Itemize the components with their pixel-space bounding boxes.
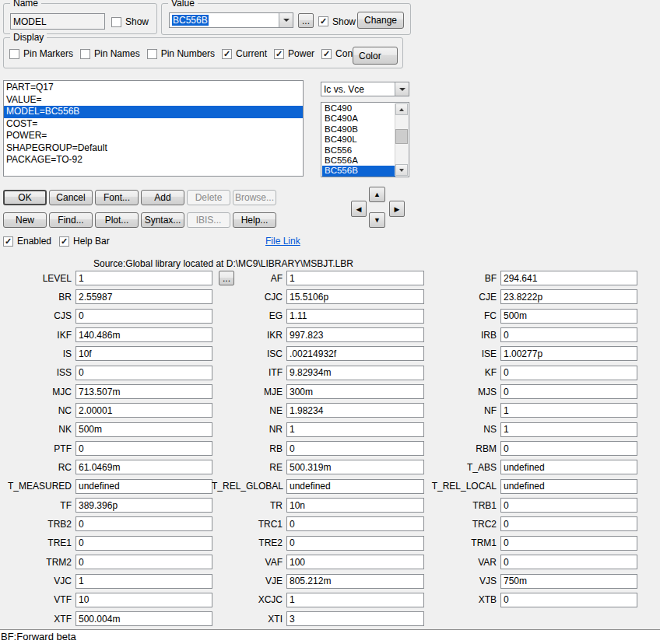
param-cjs-field[interactable]: 0 (75, 309, 212, 324)
param-ns-field[interactable]: 1 (500, 422, 637, 437)
param-var-field[interactable]: 0 (500, 555, 637, 569)
param-trb2-field[interactable]: 0 (75, 516, 212, 531)
checkbox-power[interactable]: ✓Power (274, 48, 314, 59)
param-rc-field[interactable]: 61.0469m (75, 460, 212, 474)
param-ise-field[interactable]: 1.00277p (500, 346, 637, 361)
param-ikf-field[interactable]: 140.486m (75, 327, 212, 342)
checkbox-pin-markers[interactable]: Pin Markers (9, 48, 73, 59)
scroll-up-button[interactable] (395, 103, 408, 115)
checkbox-box-icon[interactable]: ✓ (318, 16, 328, 26)
cancel-button[interactable]: Cancel (49, 190, 93, 205)
param-fc-field[interactable]: 500m (500, 309, 637, 324)
param-ikr-field[interactable]: 997.823 (286, 327, 424, 342)
checkbox-box-icon[interactable]: ✓ (3, 236, 13, 247)
list-item[interactable]: VALUE= (4, 94, 303, 107)
param-re-field[interactable]: 500.319m (286, 460, 424, 474)
list-item[interactable]: PART=Q17 (4, 82, 303, 94)
checkbox-current[interactable]: ✓Current (222, 48, 267, 59)
param-eg-field[interactable]: 1.11 (286, 309, 424, 324)
param-iss-field[interactable]: 0 (75, 366, 212, 380)
param-mjs-field[interactable]: 0 (500, 384, 637, 399)
value-more-button[interactable]: ... (298, 13, 314, 28)
model-list[interactable]: BC490BC490ABC490BBC490LBC556BC556ABC556B (321, 102, 409, 177)
new-button[interactable]: New (3, 212, 47, 228)
checkbox-box-icon[interactable]: ✓ (59, 236, 69, 247)
scrollbar-thumb[interactable] (395, 129, 408, 144)
param-vjs-field[interactable]: 750m (500, 574, 637, 589)
add-button[interactable]: Add (141, 190, 184, 205)
list-item[interactable]: BC556A (322, 156, 395, 166)
param-xtb-field[interactable]: 0 (500, 593, 637, 607)
param-tre2-field[interactable]: 0 (286, 536, 424, 551)
param-nk-field[interactable]: 500m (75, 422, 212, 437)
checkbox-help-bar[interactable]: ✓Help Bar (59, 236, 110, 247)
param-nc-field[interactable]: 2.00001 (75, 403, 212, 418)
value-combo-dropdown-button[interactable] (279, 13, 293, 27)
param-nr-field[interactable]: 1 (286, 422, 424, 437)
list-item[interactable]: SHAPEGROUP=Default (4, 142, 303, 155)
param-rb-field[interactable]: 0 (286, 441, 424, 456)
syntax-button[interactable]: Syntax... (141, 212, 184, 228)
list-item[interactable]: BC490L (322, 135, 395, 145)
param-br-field[interactable]: 2.55987 (75, 289, 212, 304)
attribute-list[interactable]: PART=Q17VALUE=MODEL=BC556BCOST=POWER=SHA… (3, 80, 304, 177)
param-cjc-field[interactable]: 15.5106p (286, 289, 424, 304)
find-button[interactable]: Find... (49, 212, 93, 228)
param-t-measured-field[interactable]: undefined (75, 479, 212, 494)
level-more-button[interactable]: ... (219, 271, 234, 285)
checkbox-enabled[interactable]: ✓Enabled (3, 236, 51, 247)
checkbox-box-icon[interactable] (9, 49, 19, 59)
param-cje-field[interactable]: 23.8222p (500, 289, 637, 304)
param-af-field[interactable]: 1 (286, 271, 424, 285)
param-bf-field[interactable]: 294.641 (500, 271, 637, 285)
nav-down-button[interactable]: ▼ (369, 212, 385, 228)
param-vaf-field[interactable]: 100 (286, 555, 424, 569)
param-tre1-field[interactable]: 0 (75, 536, 212, 551)
list-item[interactable]: BC490A (322, 114, 395, 124)
font-button[interactable]: Font... (95, 190, 139, 205)
param-xcjc-field[interactable]: 1 (286, 593, 424, 607)
plot-type-combo[interactable]: Ic vs. Vce (321, 82, 409, 96)
param-nf-field[interactable]: 1 (500, 403, 637, 418)
checkbox-pin-numbers[interactable]: Pin Numbers (147, 48, 215, 59)
param-trm1-field[interactable]: 0 (500, 536, 637, 551)
param-mje-field[interactable]: 300m (286, 384, 424, 399)
plot-combo-dropdown-button[interactable] (395, 82, 409, 96)
checkbox-box-icon[interactable] (80, 49, 90, 59)
param-vje-field[interactable]: 805.212m (286, 574, 424, 589)
list-item[interactable]: MODEL=BC556B (4, 106, 303, 118)
param-tr-field[interactable]: 10n (286, 498, 424, 513)
list-item[interactable]: COST= (4, 118, 303, 131)
param-t-rel-local-field[interactable]: undefined (500, 479, 637, 494)
file-link[interactable]: File Link (265, 236, 300, 247)
nav-up-button[interactable]: ▲ (369, 187, 385, 202)
color-button[interactable]: Color (353, 47, 398, 65)
checkbox-box-icon[interactable]: ✓ (321, 49, 332, 59)
param-vtf-field[interactable]: 10 (75, 593, 212, 607)
nav-right-button[interactable]: ▶ (389, 201, 405, 217)
checkbox-show[interactable]: ✓Show (318, 16, 356, 27)
param-isc-field[interactable]: .00214932f (286, 346, 424, 361)
scroll-down-button[interactable] (395, 164, 408, 176)
list-item[interactable]: PACKAGE=TO-92 (4, 154, 303, 166)
value-combo[interactable]: BC556B (169, 12, 293, 28)
list-item[interactable]: BC490B (322, 124, 395, 135)
name-field[interactable]: MODEL (10, 13, 105, 30)
checkbox-show[interactable]: Show (111, 16, 149, 27)
param-ne-field[interactable]: 1.98234 (286, 403, 424, 418)
model-list-items[interactable]: BC490BC490ABC490BBC490LBC556BC556ABC556B (322, 103, 395, 176)
param-trb1-field[interactable]: 0 (500, 498, 637, 513)
param-t-rel-global-field[interactable]: undefined (286, 479, 424, 494)
param-trm2-field[interactable]: 0 (75, 555, 212, 569)
param-t-abs-field[interactable]: undefined (500, 460, 637, 474)
param-xti-field[interactable]: 3 (286, 611, 424, 626)
param-is-field[interactable]: 10f (75, 346, 212, 361)
ok-button[interactable]: OK (3, 190, 47, 205)
param-irb-field[interactable]: 0 (500, 327, 637, 342)
plot-button[interactable]: Plot... (95, 212, 139, 228)
list-item[interactable]: BC490 (322, 103, 395, 114)
name-show-checkbox[interactable]: Show (111, 16, 149, 30)
list-item[interactable]: POWER= (4, 130, 303, 142)
param-ptf-field[interactable]: 0 (75, 441, 212, 456)
param-trc2-field[interactable]: 0 (500, 516, 637, 531)
